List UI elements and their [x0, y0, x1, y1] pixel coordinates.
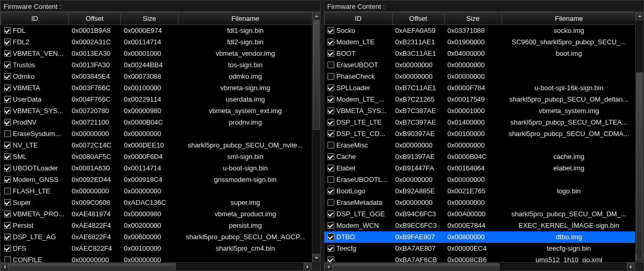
row-checkbox[interactable]: [327, 222, 334, 229]
table-row[interactable]: DSP_LTE_GGE0xB94C6FC30x00A00000sharkl5pr…: [324, 208, 635, 220]
row-checkbox[interactable]: [4, 27, 11, 34]
table-row[interactable]: VBMETA0x003F766C0x00100000vbmeta-sign.im…: [1, 82, 312, 94]
table-row[interactable]: Modem_WCN0xB9EC6FC30x000E7844EXEC_KERNEL…: [324, 220, 635, 231]
table-row[interactable]: DSP_LTE_AG0xAE6822F40x00600000sharkl5pro…: [1, 231, 312, 243]
table-row[interactable]: 0xBA7AF6CB0x00008CB6ums512_1h10_go.xml: [324, 254, 635, 263]
row-checkbox[interactable]: [4, 153, 11, 160]
row-checkbox[interactable]: [327, 176, 334, 183]
table-row[interactable]: Trustos0x0013FA300x00244BB4tos-sign.bin: [1, 59, 312, 71]
row-checkbox[interactable]: [327, 142, 334, 149]
table-row[interactable]: Socko0xAEFA0A590x03371088socko.img: [324, 25, 635, 36]
horizontal-scrollbar[interactable]: [324, 262, 636, 270]
row-checkbox[interactable]: [327, 211, 334, 217]
table-row[interactable]: EraseUBOOT0x000000000x00000000: [324, 59, 635, 71]
firmware-table-right[interactable]: IDOffsetSizeFilename Socko0xAEFA0A590x03…: [324, 12, 636, 262]
row-checkbox[interactable]: [4, 96, 11, 103]
firmware-table-left[interactable]: IDOffsetSizeFilename FDL0x0001B9A80x0000…: [1, 12, 312, 262]
row-checkbox[interactable]: [4, 233, 11, 240]
table-row[interactable]: Persist0xAE4822F40x00200000persist.img: [1, 220, 312, 231]
row-checkbox[interactable]: [4, 84, 11, 91]
table-row[interactable]: EraseSysdum...0x000000000x00000000: [1, 128, 312, 140]
column-header-filename[interactable]: Filename: [502, 13, 635, 25]
row-checkbox[interactable]: [4, 188, 11, 194]
scroll-right-button[interactable]: [627, 263, 635, 270]
table-row[interactable]: FLASH_LTE0x000000000x00000000: [1, 186, 312, 197]
row-checkbox[interactable]: [327, 245, 334, 252]
row-checkbox[interactable]: [4, 176, 11, 183]
row-checkbox[interactable]: [327, 96, 334, 103]
row-checkbox[interactable]: [4, 61, 11, 68]
row-checkbox[interactable]: [327, 39, 334, 45]
table-row[interactable]: SPLLoader0xB7C11AE10x0000F784u-boot-spl-…: [324, 82, 635, 94]
row-checkbox[interactable]: [327, 61, 334, 68]
column-header-offset[interactable]: Offset: [69, 13, 121, 25]
scroll-up-button[interactable]: [312, 12, 320, 20]
scroll-right-button[interactable]: [303, 263, 312, 270]
row-checkbox[interactable]: [4, 165, 11, 171]
row-checkbox[interactable]: [4, 73, 11, 80]
table-row[interactable]: VBMETA_SYS...0x007207800x00000980vbmeta_…: [1, 105, 312, 117]
scroll-thumb[interactable]: [9, 263, 176, 270]
table-row[interactable]: Modem_LTE0xB2311AE10x01900000SC9600_shar…: [324, 36, 635, 48]
row-checkbox[interactable]: [327, 199, 334, 206]
table-row[interactable]: Super0x009C06080xADAC136Csuper.img: [1, 197, 312, 208]
row-checkbox[interactable]: [4, 39, 11, 45]
table-row[interactable]: Cache0xB91397AE0x0000B04Ccache.img: [324, 151, 635, 163]
table-row[interactable]: Modem_LTE_...0xB7C212650x00017549sharkl5…: [324, 94, 635, 105]
horizontal-scrollbar[interactable]: [1, 262, 312, 270]
column-header-size[interactable]: Size: [444, 13, 502, 25]
table-row[interactable]: BootLogo0xB92A885E0x0021E765logo.bin: [324, 186, 635, 197]
row-checkbox[interactable]: [4, 222, 11, 229]
row-checkbox[interactable]: [327, 84, 334, 91]
scroll-thumb[interactable]: [636, 72, 643, 260]
scroll-thumb[interactable]: [313, 20, 320, 130]
table-row[interactable]: FDL0x0001B9A80x0000E974fdl1-sign.bin: [1, 25, 312, 36]
scroll-left-button[interactable]: [324, 263, 333, 270]
table-row[interactable]: UBOOTLoader0x0081A6300x00114714u-boot-si…: [1, 163, 312, 174]
row-checkbox[interactable]: [4, 50, 11, 57]
row-checkbox[interactable]: [327, 107, 334, 114]
scroll-thumb[interactable]: [333, 263, 500, 270]
table-row[interactable]: Teecfg0xBA7AE8070x00000EC4teecfg-sign.bi…: [324, 243, 635, 254]
row-checkbox[interactable]: [327, 130, 334, 137]
row-checkbox[interactable]: [327, 50, 334, 57]
row-checkbox[interactable]: [4, 199, 11, 206]
table-row[interactable]: Modem_GNSS0x0092ED440x000918C4gnssmodem-…: [1, 174, 312, 186]
table-row[interactable]: PhaseCheck0x000000000x00000000: [324, 71, 635, 82]
table-row[interactable]: ProdNV0x007211000x0000B04Cprodnv.img: [1, 117, 312, 128]
table-row[interactable]: BOOT0xB3C11AE10x04000000boot.img: [324, 48, 635, 59]
scroll-down-button[interactable]: [312, 254, 320, 262]
row-checkbox[interactable]: [327, 256, 334, 262]
row-checkbox[interactable]: [4, 142, 11, 149]
row-checkbox[interactable]: [327, 73, 334, 80]
table-row[interactable]: SML0x0080AF5C0x0000F6D4sml-sign.bin: [1, 151, 312, 163]
table-row[interactable]: DSP_LTE_LTE0xB7C397AE0x01400000sharkl5pr…: [324, 117, 635, 128]
row-checkbox[interactable]: [327, 119, 334, 126]
column-header-offset[interactable]: Offset: [392, 13, 444, 25]
table-row[interactable]: VBMETA_PRO...0xAE4819740x00000980vbmeta_…: [1, 208, 312, 220]
column-header-size[interactable]: Size: [121, 13, 178, 25]
row-checkbox[interactable]: [4, 119, 11, 126]
row-checkbox[interactable]: [4, 256, 11, 262]
table-row[interactable]: FDL20x0002A31C0x00114714fdl2-sign.bin: [1, 36, 312, 48]
row-checkbox[interactable]: [327, 188, 334, 194]
table-row[interactable]: DTBO0xB9FAE8070x00800000dtbo.img: [324, 231, 635, 243]
row-checkbox[interactable]: [4, 107, 11, 114]
row-checkbox[interactable]: [4, 211, 11, 217]
table-row[interactable]: NV_LTE0x0072C14C0x000DEE10sharkl5pro_pub…: [1, 140, 312, 151]
row-checkbox[interactable]: [327, 153, 334, 160]
row-checkbox[interactable]: [327, 27, 334, 34]
table-row[interactable]: Odmko0x003845E40x00073088odmko.img: [1, 71, 312, 82]
table-row[interactable]: DFS0xAEC822F40x00100000sharkl5pro_cm4.bi…: [1, 243, 312, 254]
row-checkbox[interactable]: [4, 130, 11, 137]
vertical-scrollbar[interactable]: [635, 12, 643, 262]
table-row[interactable]: EraseMisc0x000000000x00000000: [324, 140, 635, 151]
row-checkbox[interactable]: [327, 233, 334, 240]
scroll-up-button[interactable]: [636, 12, 643, 20]
table-row[interactable]: CONFILE0x000000000x00000000: [1, 254, 312, 263]
column-header-id[interactable]: ID: [324, 13, 392, 25]
table-row[interactable]: Elabel0xB91447FA0x00164064elabel.img: [324, 163, 635, 174]
row-checkbox[interactable]: [4, 245, 11, 252]
table-row[interactable]: DSP_LTE_CD...0xB90397AE0x00100000sharkl5…: [324, 128, 635, 140]
table-row[interactable]: VBMETA_VEN...0x0013EA300x00001000vbmeta_…: [1, 48, 312, 59]
